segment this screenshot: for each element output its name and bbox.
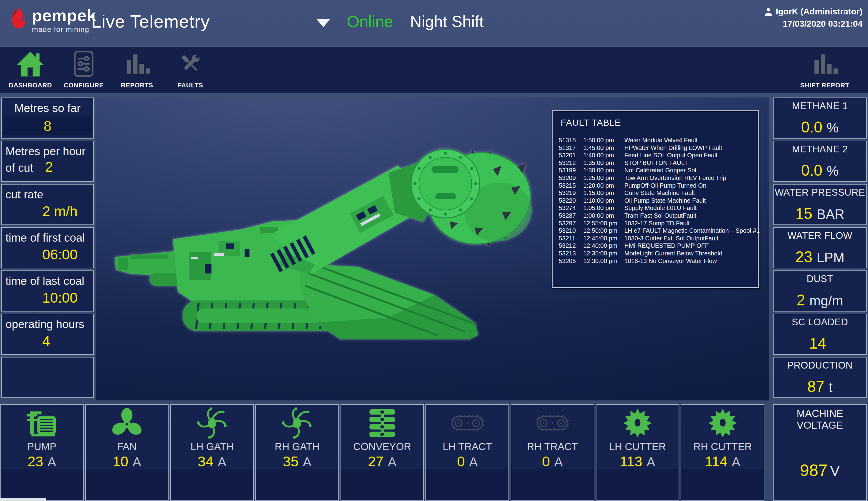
fault-description: PumpOff-Oil Pump Turned On <box>624 182 756 190</box>
fault-table[interactable]: FAULT TABLE 51315 1:50:00 pm Water Modul… <box>552 110 759 288</box>
fault-time: 1:30:00 pm <box>583 167 624 174</box>
fault-code: 53199 <box>559 167 583 174</box>
brand-name: pempek <box>32 6 96 24</box>
fault-description: Water Module Valve4 Fault <box>624 137 756 144</box>
env-tile-water-pressure: WATER PRESSURE 15 BAR <box>773 184 867 225</box>
fault-description: Supply Module L0LU Fault <box>624 204 756 212</box>
fault-time: 12:30:00 pm <box>583 257 624 265</box>
tools-icon <box>167 46 213 82</box>
fault-row: 53220 1:10:00 pm Oil Pump State Machine … <box>553 197 758 204</box>
fault-description: ModeLight Current Below Threshold <box>624 249 756 257</box>
track-icon <box>511 405 594 441</box>
env-value: 14 <box>809 334 826 352</box>
equipment-tile-pump: PUMP 23 A <box>0 404 84 501</box>
equipment-tile-fan: FAN 10 A <box>85 404 169 501</box>
equipment-current-unit: A <box>303 455 312 469</box>
fault-description: 1016-13 No Conveyor Water Flow <box>624 257 756 265</box>
conveyor-icon <box>341 405 424 441</box>
fault-time: 1:10:00 pm <box>583 197 624 204</box>
fault-row: 53199 1:30:00 pm Not Calibrated Gripper … <box>553 167 758 174</box>
nav-item-dashboard[interactable]: DASHBOARD <box>7 46 53 92</box>
fault-row: 53297 12:55:00 pm 1032-17 Sump TD Fault <box>553 220 758 227</box>
stat-tile-time-of-first-coal: time of first coal 06:00 <box>1 227 94 268</box>
nav-item-faults[interactable]: FAULTS <box>167 46 213 92</box>
nav-item-reports[interactable]: REPORTS <box>114 46 160 92</box>
connection-status: Online <box>347 12 393 31</box>
machine-canvas: FAULT TABLE 51315 1:50:00 pm Water Modul… <box>96 97 769 401</box>
fault-code: 53287 <box>559 212 583 220</box>
fault-code: 53213 <box>559 249 583 257</box>
chevron-down-icon[interactable] <box>316 19 330 27</box>
fault-time: 12:35:00 pm <box>583 249 624 257</box>
fault-description: Not Calibrated Gripper Sol <box>624 167 756 174</box>
equipment-current-unit: A <box>47 455 56 469</box>
nav-item-shift-report[interactable]: SHIFT REPORT <box>796 46 854 92</box>
equipment-tile-lh-gath: LH GATH 34 A <box>170 404 254 501</box>
fault-code: 53274 <box>559 204 583 212</box>
equipment-current-value: 27 <box>368 453 383 470</box>
fault-row: 53201 1:40:00 pm Feed Line SOL Output Op… <box>553 151 758 159</box>
fault-code: 51315 <box>559 137 583 144</box>
stat-tile-time-of-last-coal: time of last coal 10:00 <box>1 270 94 311</box>
equipment-tile-lh-cutter: LH CUTTER 113 A <box>596 404 680 501</box>
stat-tile <box>1 357 94 398</box>
fault-row: 53212 1:35:00 pm STOP BUTTON FAULT <box>553 159 758 167</box>
nav-item-configure[interactable]: CONFIGURE <box>61 46 107 92</box>
env-tile-methane-2: METHANE 2 0.0 % <box>773 141 867 182</box>
fault-rows: 51315 1:50:00 pm Water Module Valve4 Fau… <box>553 137 758 265</box>
equipment-current-value: 114 <box>705 453 727 470</box>
sliders-icon <box>61 46 107 82</box>
fault-description: Tram Fast Sol OutputFault <box>624 212 756 220</box>
fault-description: 1030-3 Cutter Ext. Sol OutputFault <box>624 235 756 242</box>
fault-code: 51317 <box>559 144 583 152</box>
env-unit: BAR <box>817 207 844 222</box>
header: pempek made for mining Live Telemetry On… <box>0 0 868 46</box>
fault-row: 53287 1:00:00 pm Tram Fast Sol OutputFau… <box>553 212 758 220</box>
env-unit: % <box>827 163 838 179</box>
fault-row: 53219 1:15:00 pm Conv State Machine Faul… <box>553 189 758 197</box>
cutter-icon <box>681 405 764 441</box>
bottom-left-sliver <box>0 498 46 501</box>
fault-code: 53212 <box>559 242 583 249</box>
env-value: 0.0 <box>801 162 823 179</box>
equipment-current-value: 0 <box>457 453 465 470</box>
flame-icon <box>9 6 29 34</box>
home-icon <box>7 46 53 82</box>
equipment-current-value: 23 <box>28 453 43 470</box>
equipment-tile-conveyor: CONVEYOR 27 A <box>340 404 424 501</box>
equipment-current-value: 113 <box>620 453 642 470</box>
fault-time: 12:50:00 pm <box>583 227 624 235</box>
fault-time: 1:45:00 pm <box>583 144 624 152</box>
equipment-tile-lh-tract: LH TRACT 0 A <box>425 404 509 501</box>
stat-tile-metres-so-far: Metres so far 8 <box>1 97 94 139</box>
fault-description: 1032-17 Sump TD Fault <box>624 220 756 227</box>
pump-icon <box>1 405 83 441</box>
fault-row: 53205 12:30:00 pm 1016-13 No Conveyor Wa… <box>553 257 758 265</box>
fault-time: 1:05:00 pm <box>583 204 624 212</box>
fault-description: Conv State Machine Fault <box>624 189 756 197</box>
equipment-current-unit: A <box>218 455 226 469</box>
nav-right: SHIFT REPORT <box>796 46 854 92</box>
user-name: IgorK (Administrator) <box>776 6 862 18</box>
env-value: 0.0 <box>801 118 823 136</box>
fault-time: 1:00:00 pm <box>583 212 624 220</box>
user-block: IgorK (Administrator) 17/03/2020 03:21:0… <box>764 6 862 30</box>
machine-voltage-unit: V <box>830 462 840 479</box>
fault-description: Feed Line SOL Output Open Fault <box>624 151 756 159</box>
equipment-tile-rh-tract: RH TRACT 0 A <box>511 404 594 501</box>
equipment-current-unit: A <box>388 455 397 469</box>
fault-code: 53209 <box>559 174 583 182</box>
fault-code: 53219 <box>559 189 583 197</box>
cutter-icon <box>596 405 679 441</box>
fault-time: 1:35:00 pm <box>583 159 624 167</box>
machine-voltage-value: 987 <box>800 460 827 480</box>
fan-icon <box>86 405 168 441</box>
fault-description: HPWater When Drilling LOWP Fault <box>624 144 756 152</box>
fault-time: 12:45:00 pm <box>583 235 624 242</box>
fault-row: 51317 1:45:00 pm HPWater When Drilling L… <box>553 144 758 152</box>
fault-row: 53274 1:05:00 pm Supply Module L0LU Faul… <box>553 204 758 212</box>
brand-tagline: made for mining <box>32 25 96 34</box>
equipment-panel: PUMP 23 A FAN 10 A LH GATH 34 A <box>0 404 764 501</box>
fault-row: 53211 12:45:00 pm 1030-3 Cutter Ext. Sol… <box>553 235 758 242</box>
equipment-current-value: 10 <box>112 453 128 470</box>
